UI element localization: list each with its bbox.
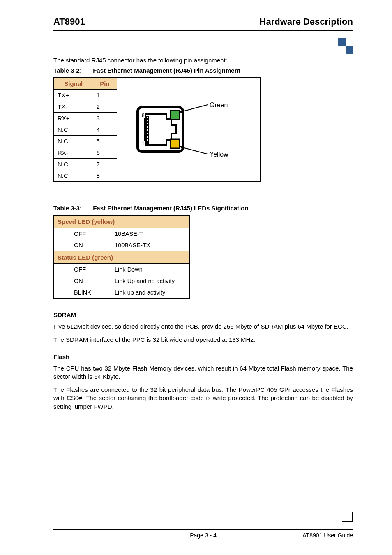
- yellow-led-label: Yellow: [210, 151, 228, 158]
- signal-cell: TX-: [54, 101, 93, 113]
- table-row: OFFLink Down: [54, 264, 189, 276]
- table-row: ON100BASE-TX: [54, 240, 189, 251]
- pin-cell: 7: [93, 159, 117, 170]
- meaning-cell: Link Up and no activity: [111, 275, 189, 287]
- pin-cell: 8: [93, 170, 117, 182]
- table-row: ONLink Up and no activity: [54, 275, 189, 287]
- pin-cell: 6: [93, 147, 117, 159]
- page-footer: Page 3 - 4 AT8901 User Guide: [53, 529, 353, 539]
- sdram-heading: SDRAM: [53, 311, 353, 318]
- corner-logo-icon: [333, 38, 353, 54]
- signal-cell: TX+: [54, 90, 93, 101]
- status-led-header: Status LED (green): [54, 251, 189, 264]
- crop-mark-icon: [342, 512, 353, 524]
- rj45-connector-icon: 8 1 Green Yellow: [125, 88, 253, 166]
- svg-rect-0: [338, 38, 346, 46]
- pin-cell: 3: [93, 113, 117, 124]
- pin-cell: 1: [93, 90, 117, 101]
- speed-led-header: Speed LED (yellow): [54, 215, 189, 228]
- page-header: AT8901 Hardware Description: [53, 16, 353, 31]
- meaning-cell: 10BASE-T: [111, 228, 189, 240]
- signal-cell: N.C.: [54, 136, 93, 147]
- caption-number: Table 3-3:: [53, 205, 91, 212]
- flash-p2: The Flashes are connected to the 32 bit …: [53, 386, 353, 411]
- svg-rect-3: [147, 116, 149, 143]
- table-row: BLINKLink up and activity: [54, 287, 189, 299]
- col-header-pin: Pin: [93, 78, 117, 90]
- pin-cell: 2: [93, 101, 117, 113]
- signal-cell: RX-: [54, 147, 93, 159]
- led-signification-table: Speed LED (yellow) OFF10BASE-T ON100BASE…: [53, 215, 190, 299]
- table-row: TX+ 1: [54, 90, 261, 101]
- header-title: Hardware Description: [260, 16, 353, 27]
- signal-cell: N.C.: [54, 124, 93, 136]
- state-cell: BLINK: [54, 287, 111, 299]
- signal-cell: N.C.: [54, 170, 93, 182]
- state-cell: ON: [54, 240, 111, 251]
- sdram-p1: Five 512Mbit devices, soldered directly …: [53, 322, 353, 331]
- pin-assignment-table: Signal Pin TX+ 1: [53, 77, 261, 182]
- state-cell: OFF: [54, 228, 111, 240]
- svg-rect-13: [171, 139, 180, 148]
- flash-p1: The CPU has two 32 Mbyte Flash Memory de…: [53, 364, 353, 381]
- header-product: AT8901: [53, 16, 85, 27]
- state-cell: ON: [54, 275, 111, 287]
- pin-1-label: 1: [142, 140, 145, 146]
- diagram-cell: 8 1 Green Yellow: [117, 90, 261, 182]
- svg-rect-12: [171, 111, 180, 120]
- footer-guide-name: AT8901 User Guide: [302, 532, 353, 539]
- caption-text: Fast Ethernet Management (RJ45) LEDs Sig…: [93, 205, 248, 212]
- meaning-cell: Link up and activity: [111, 287, 189, 299]
- meaning-cell: Link Down: [111, 264, 189, 276]
- signal-cell: N.C.: [54, 159, 93, 170]
- svg-rect-1: [346, 46, 353, 54]
- state-cell: OFF: [54, 264, 111, 276]
- caption-text: Fast Ethernet Management (RJ45) Pin Assi…: [93, 67, 240, 74]
- footer-page-number: Page 3 - 4: [190, 532, 217, 539]
- flash-heading: Flash: [53, 353, 353, 360]
- pin-8-label: 8: [142, 113, 145, 118]
- pin-cell: 5: [93, 136, 117, 147]
- caption-number: Table 3-2:: [53, 67, 91, 74]
- col-header-signal: Signal: [54, 78, 93, 90]
- table-3-2-caption: Table 3-2: Fast Ethernet Management (RJ4…: [53, 67, 353, 74]
- green-led-label: Green: [210, 101, 228, 108]
- table-row: OFF10BASE-T: [54, 228, 189, 240]
- table-3-3-caption: Table 3-3: Fast Ethernet Management (RJ4…: [53, 205, 353, 212]
- sdram-p2: The SDRAM interface of the PPC is 32 bit…: [53, 336, 353, 344]
- meaning-cell: 100BASE-TX: [111, 240, 189, 251]
- signal-cell: RX+: [54, 113, 93, 124]
- pin-cell: 4: [93, 124, 117, 136]
- intro-paragraph: The standard RJ45 connector has the foll…: [53, 57, 353, 64]
